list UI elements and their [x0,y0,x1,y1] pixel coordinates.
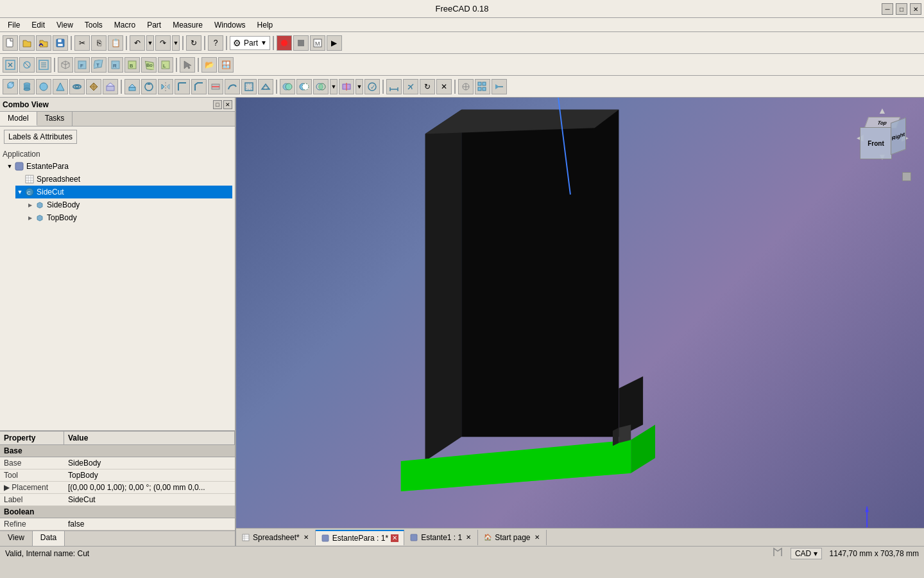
prop-row-base[interactable]: Base SideBody [0,457,235,469]
split-objects-button[interactable] [339,79,354,94]
split-dropdown[interactable]: ▼ [355,79,363,94]
undo-button[interactable]: ↶ [130,35,145,51]
help-button[interactable]: ? [208,35,223,51]
measure-linear-button[interactable] [386,79,402,94]
prop-row-refine[interactable]: Refine false [0,518,235,530]
view-right-button[interactable]: R [108,57,123,73]
viewport[interactable]: ▲ ▼ ◀ ▶ Top Front Right Spre [236,98,924,546]
check-geometry-button[interactable]: ✓ [364,79,380,94]
cone-button[interactable] [53,79,68,94]
cut-button[interactable]: ✂ [74,35,90,51]
open-file-button[interactable]: 📂 [201,57,217,73]
chamfer-button[interactable] [191,79,207,94]
view-isometric-button[interactable] [58,57,73,73]
menu-macro[interactable]: Macro [109,19,141,31]
view-left-button[interactable]: L [158,57,173,73]
nav-cube-front[interactable]: Front [860,127,892,159]
expand-sidebody[interactable]: ▶ [26,200,35,209]
revolve-button[interactable] [141,79,157,94]
new-window-button[interactable]: 🪟 [218,57,234,73]
copy-button[interactable]: ⎘ [91,35,107,51]
measure-angular-button[interactable] [403,79,418,94]
nav-cube-corner[interactable] [902,172,911,181]
sweep-button[interactable] [225,79,240,94]
nav-arrow-up[interactable]: ▲ [876,104,889,117]
select-mode-button[interactable] [180,57,195,73]
workbench-selector[interactable]: ⚙ Part ▼ [230,36,270,50]
thickness-button[interactable] [258,79,273,94]
stop-macro-button[interactable] [293,35,309,51]
macro-editor-button[interactable]: M [310,35,325,51]
2d-ops-button[interactable] [492,79,507,94]
cad-indicator[interactable]: CAD ▾ [791,548,822,559]
tab-tasks[interactable]: Tasks [37,112,73,126]
prop-row-label[interactable]: Label SideCut [0,494,235,506]
tab-model[interactable]: Model [0,112,37,126]
clear-measures-button[interactable]: ✕ [436,79,452,94]
estante1-tab-close[interactable]: ✕ [465,534,472,541]
redo-dropdown[interactable]: ▼ [172,35,180,51]
run-macro-button[interactable]: ▶ [327,35,342,51]
save-recent-button[interactable] [36,35,51,51]
paste-button[interactable]: 📋 [108,35,123,51]
tree-item-sidebody[interactable]: ▶ SideBody [26,198,232,211]
nav-cube-right[interactable]: Right [891,118,906,155]
refresh-button[interactable]: ↻ [186,35,201,51]
combo-restore-button[interactable]: □ [213,100,222,109]
fit-selection-button[interactable] [19,57,35,73]
menu-file[interactable]: File [3,19,25,31]
menu-measure[interactable]: Measure [167,19,208,31]
prop-row-tool[interactable]: Tool TopBody [0,469,235,482]
cut-boolean-button[interactable] [296,79,312,94]
menu-edit[interactable]: Edit [26,19,50,31]
tree-item-estantepara[interactable]: ▼ EstantePara [5,160,232,173]
tree-item-sidecut[interactable]: ▼ C SideCut [15,186,232,198]
viewport-tab-estantepara[interactable]: EstantePara : 1* ✕ [316,530,404,545]
menu-view[interactable]: View [51,19,78,31]
view-top-button[interactable]: T [91,57,107,73]
view-bottom-button[interactable]: Bo [141,57,157,73]
box-button[interactable] [3,79,18,94]
union-button[interactable] [280,79,295,94]
prop-row-placement[interactable]: ▶ Placement [(0,00 0,00 1,00); 0,00 °; (… [0,482,235,494]
maximize-button[interactable]: □ [896,3,907,15]
estantepara-tab-close[interactable]: ✕ [391,534,398,542]
minimize-button[interactable]: ─ [882,3,893,15]
menu-help[interactable]: Help [252,19,278,31]
menu-tools[interactable]: Tools [80,19,108,31]
record-macro-button[interactable] [277,35,292,51]
save-button[interactable] [53,35,68,51]
mirror-button[interactable] [158,79,173,94]
offset-button[interactable] [241,79,257,94]
boolean-dropdown[interactable]: ▼ [330,79,338,94]
spreadsheet-tab-close[interactable]: ✕ [302,534,310,541]
fillet-button[interactable] [175,79,190,94]
create-from-mesh-button[interactable] [86,79,101,94]
close-button[interactable]: ✕ [910,3,921,15]
view-menu-button[interactable] [36,57,51,73]
viewport-tab-startpage[interactable]: 🏠 Start page ✕ [478,530,546,545]
expand-estantepara[interactable]: ▼ [5,162,14,171]
expand-sidecut[interactable]: ▼ [15,188,24,197]
refresh-measures-button[interactable]: ↻ [420,79,435,94]
view-front-button[interactable]: F [74,57,90,73]
nav-cube-body[interactable]: Top Front Right [860,117,905,162]
open-button[interactable] [19,35,35,51]
menu-windows[interactable]: Windows [209,19,251,31]
startpage-tab-close[interactable]: ✕ [533,534,541,541]
tree-item-spreadsheet[interactable]: ▶ Spreadsheet [15,173,232,186]
viewport-tab-estante1[interactable]: Estante1 : 1 ✕ [404,530,478,545]
tab-data[interactable]: Data [33,531,65,546]
tree-item-topbody[interactable]: ▶ TopBody [26,211,232,224]
attach-button[interactable] [458,79,474,94]
tab-view[interactable]: View [0,531,33,546]
builder-button[interactable] [103,79,118,94]
labels-attributes-bar[interactable]: Labels & Attributes [4,130,77,144]
menu-part[interactable]: Part [142,19,166,31]
viewport-tab-spreadsheet[interactable]: Spreadsheet* ✕ [236,530,316,545]
redo-button[interactable]: ↷ [155,35,171,51]
expand-topbody[interactable]: ▶ [26,213,35,222]
torus-button[interactable] [69,79,85,94]
fit-all-button[interactable] [3,57,18,73]
view-back-button[interactable]: B [124,57,140,73]
